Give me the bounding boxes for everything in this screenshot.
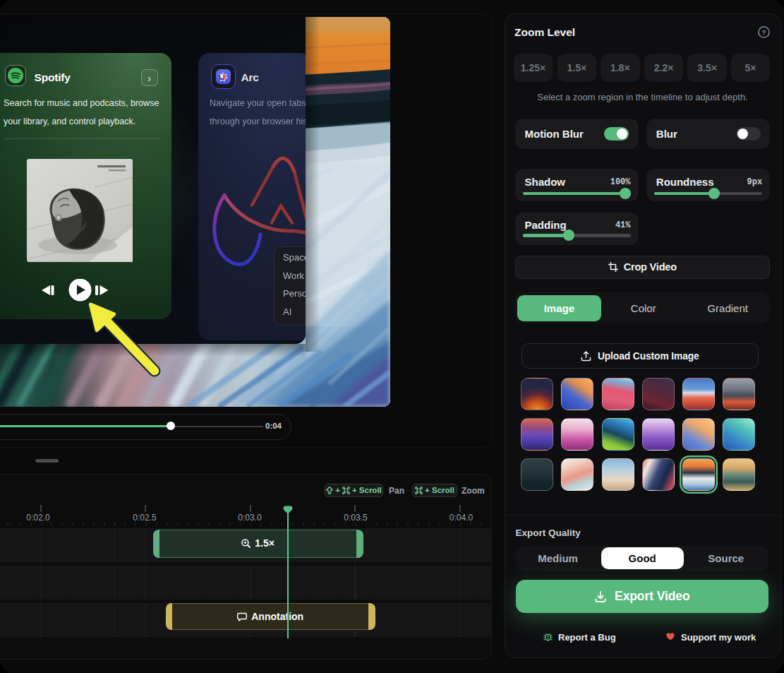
svg-text:?: ?: [762, 28, 766, 36]
